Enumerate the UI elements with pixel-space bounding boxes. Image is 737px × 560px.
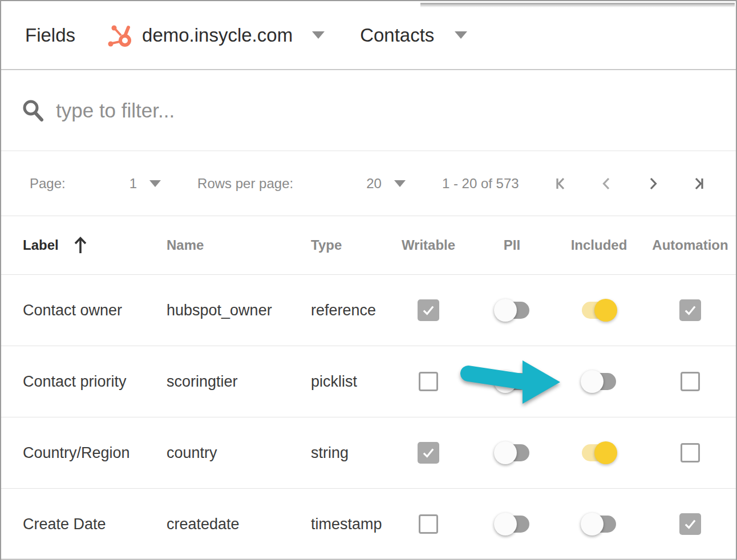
first-page-icon [552,175,570,193]
sort-ascending-icon [72,236,88,255]
included-toggle-cell [553,489,645,559]
last-page-icon [689,175,707,193]
writable-checkbox[interactable] [418,299,439,321]
chevron-down-icon [149,180,161,187]
search-icon [21,98,46,123]
cell-label: Country/Region [1,417,145,488]
cell-label: Contact owner [1,275,145,346]
writable-checkbox[interactable] [418,442,439,464]
pii-toggle-cell [471,346,553,417]
hubspot-icon [107,22,134,48]
chevron-down-icon [455,31,467,39]
previous-page-icon [598,175,616,193]
included-toggle[interactable] [581,370,617,393]
writable-checkbox[interactable] [419,372,438,391]
checkmark-icon [420,445,436,461]
chevron-down-icon [312,31,325,39]
portal-name: demo.insycle.com [142,25,293,46]
included-toggle-cell [553,275,645,346]
pii-toggle[interactable] [494,441,531,464]
included-toggle[interactable] [581,513,617,535]
page-title: Fields [25,25,75,46]
toggle-knob [594,299,617,322]
writable-checkbox-cell [386,275,471,346]
fields-window: Fields demo.insycle.com Contacts [0,0,737,560]
next-page-icon [643,175,662,193]
automation-checkbox[interactable] [679,299,701,321]
last-page-button[interactable] [689,175,707,193]
column-header-included[interactable]: Included [553,237,645,253]
automation-checkbox[interactable] [681,443,700,462]
toggle-knob [581,513,604,535]
toggle-knob [494,513,517,535]
object-name: Contacts [360,25,434,46]
window-overlay-shadow [420,3,735,7]
cell-type: timestamp [289,489,386,559]
cell-name: hubspot_owner [145,275,289,346]
cell-name: country [145,417,289,488]
cell-name: scoringtier [145,346,289,417]
writable-checkbox[interactable] [419,514,438,534]
filter-input[interactable] [55,99,570,123]
toggle-knob [494,370,517,393]
previous-page-button[interactable] [598,175,616,193]
automation-checkbox[interactable] [681,372,700,391]
table-header: Label Name Type Writable PII Included Au… [1,216,736,275]
column-header-automation[interactable]: Automation [645,237,736,253]
included-toggle-cell [553,346,645,417]
table-row: Contact ownerhubspot_ownerreference [1,275,736,346]
top-bar: Fields demo.insycle.com Contacts [1,1,736,70]
row-range-text: 1 - 20 of 573 [442,176,519,192]
rows-per-page-select[interactable]: 20 [366,176,406,192]
column-header-name[interactable]: Name [145,237,289,253]
cell-label: Create Date [1,489,145,559]
checkmark-icon [682,302,698,318]
pagination-nav [552,175,735,193]
first-page-button[interactable] [552,175,570,193]
cell-type: string [289,417,386,488]
portal-selector[interactable]: demo.insycle.com [107,22,325,48]
checkmark-icon [420,302,436,318]
filter-bar [1,70,736,151]
table-row: Create Datecreatedatetimestamp [1,489,736,560]
pii-toggle-cell [471,489,553,559]
writable-checkbox-cell [386,346,471,417]
included-toggle[interactable] [581,441,617,464]
included-toggle[interactable] [581,299,617,322]
rows-per-page-label: Rows per page: [197,176,293,192]
automation-checkbox[interactable] [679,513,701,535]
column-header-label[interactable]: Label [1,236,145,255]
automation-checkbox-cell [645,489,736,559]
page-select[interactable]: 1 [129,176,161,192]
pii-toggle-cell [471,417,553,488]
automation-checkbox-cell [645,346,736,417]
object-selector[interactable]: Contacts [360,25,467,46]
cell-name: createdate [145,489,289,559]
toggle-knob [494,441,517,464]
page-label: Page: [30,176,66,192]
pii-toggle[interactable] [494,513,531,535]
pii-toggle[interactable] [494,299,531,322]
included-toggle-cell [553,417,645,488]
table-row: Contact priorityscoringtierpicklist [1,346,736,417]
toggle-knob [494,299,517,322]
column-header-writable[interactable]: Writable [386,237,471,253]
cell-type: reference [289,275,386,346]
pagination-bar: Page: 1 Rows per page: 20 1 - 20 of 573 [1,151,736,216]
rows-per-page-value: 20 [366,176,382,192]
next-page-button[interactable] [643,175,662,193]
writable-checkbox-cell [386,489,471,559]
column-header-type[interactable]: Type [289,237,386,253]
pii-toggle-cell [471,275,553,346]
chevron-down-icon [394,180,406,187]
cell-type: picklist [289,346,386,417]
cell-label: Contact priority [1,346,145,417]
checkmark-icon [682,516,698,532]
toggle-knob [594,441,617,464]
automation-checkbox-cell [645,417,736,488]
table-body: Contact ownerhubspot_ownerreferenceConta… [1,275,736,560]
pii-toggle[interactable] [494,370,531,393]
automation-checkbox-cell [645,275,736,346]
page-select-value: 1 [129,176,137,192]
column-header-pii[interactable]: PII [471,237,553,253]
